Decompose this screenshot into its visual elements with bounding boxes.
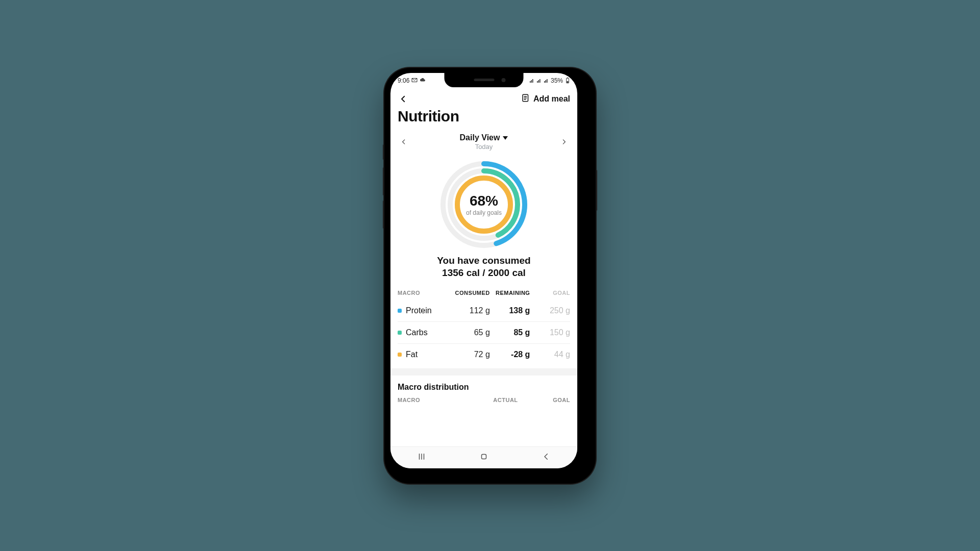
svg-rect-11	[567, 78, 568, 78]
chevron-left-icon	[399, 94, 408, 104]
consumed-line-1: You have consumed	[437, 255, 530, 267]
cloud-icon	[420, 77, 426, 84]
front-camera	[502, 78, 506, 82]
macro-consumed: 112 g	[450, 306, 490, 315]
macro-remaining: 138 g	[490, 306, 530, 315]
network-icon	[529, 78, 534, 83]
battery-icon	[565, 78, 570, 84]
macro-name: Protein	[406, 306, 432, 315]
phone-side-button	[383, 201, 384, 229]
goal-percent: 68%	[470, 193, 498, 209]
col-consumed: Consumed	[450, 290, 490, 296]
signal-icon	[544, 78, 549, 83]
phone-side-button	[383, 144, 384, 160]
signal-icon	[536, 78, 542, 83]
add-meal-button[interactable]: Add meal	[521, 93, 570, 105]
top-bar: Add meal	[390, 88, 577, 108]
chevron-left-icon	[400, 138, 407, 145]
col-macro: Macro	[398, 290, 450, 296]
macro-goal: 150 g	[530, 328, 570, 337]
goal-chart: 68% of daily goals You have consumed 135…	[390, 153, 577, 285]
macro-goal: 44 g	[530, 350, 570, 359]
svg-rect-25	[482, 454, 486, 459]
macro-name: Fat	[406, 350, 418, 359]
svg-rect-6	[544, 81, 545, 83]
macro-swatch	[398, 331, 402, 335]
view-label: Daily View	[460, 133, 500, 142]
col-remaining: Remaining	[490, 290, 530, 296]
goal-sub: of daily goals	[466, 209, 502, 216]
add-meal-label: Add meal	[533, 94, 570, 104]
dist-col-actual: Actual	[465, 397, 518, 403]
svg-rect-5	[540, 79, 541, 83]
recents-button[interactable]	[417, 452, 426, 463]
dist-col-macro: Macro	[398, 397, 465, 403]
svg-rect-3	[537, 81, 538, 83]
page-title: Nutrition	[390, 108, 577, 129]
svg-rect-1	[531, 80, 532, 83]
next-day-button[interactable]	[558, 136, 570, 148]
phone-side-button	[596, 170, 597, 211]
caret-down-icon	[503, 133, 508, 142]
dist-col-goal: Goal	[518, 397, 570, 403]
distribution-header: Macro Actual Goal	[390, 395, 577, 403]
chevron-right-icon	[560, 138, 568, 145]
macro-remaining: -28 g	[490, 350, 530, 359]
home-button[interactable]	[479, 452, 488, 463]
prev-day-button[interactable]	[398, 136, 410, 148]
macro-consumed: 72 g	[450, 350, 490, 359]
section-divider	[390, 368, 577, 375]
macro-distribution-title: Macro distribution	[390, 375, 577, 395]
macro-table: Macro Consumed Remaining Goal Protein112…	[390, 285, 577, 365]
macro-row: Carbs65 g85 g150 g	[398, 321, 570, 343]
battery-text: 35%	[551, 77, 563, 84]
svg-rect-8	[547, 79, 548, 83]
macro-consumed: 65 g	[450, 328, 490, 337]
note-icon	[521, 93, 530, 105]
status-time: 9:06	[398, 77, 409, 84]
system-back-button[interactable]	[542, 452, 551, 463]
svg-rect-0	[530, 81, 531, 83]
macro-goal: 250 g	[530, 306, 570, 315]
col-goal: Goal	[530, 290, 570, 296]
phone-frame: 9:06	[384, 68, 596, 484]
speaker	[474, 79, 494, 81]
phone-side-button	[383, 167, 384, 195]
macro-row: Protein112 g138 g250 g	[398, 300, 570, 321]
date-label: Today	[460, 143, 508, 151]
macro-name: Carbs	[406, 328, 428, 337]
svg-rect-2	[532, 79, 533, 83]
screen: 9:06	[390, 73, 577, 468]
svg-rect-7	[545, 80, 546, 83]
macro-remaining: 85 g	[490, 328, 530, 337]
back-button[interactable]	[398, 93, 409, 105]
macro-swatch	[398, 353, 402, 357]
svg-rect-10	[567, 81, 569, 83]
view-selector[interactable]: Daily View Today	[460, 133, 508, 151]
consumed-line-2: 1356 cal / 2000 cal	[437, 267, 530, 280]
system-nav-bar	[390, 446, 577, 468]
mail-icon	[411, 77, 418, 84]
macro-row: Fat72 g-28 g44 g	[398, 343, 570, 365]
macro-swatch	[398, 309, 402, 313]
notch	[445, 73, 524, 87]
svg-rect-4	[538, 80, 539, 83]
date-navigator: Daily View Today	[390, 129, 577, 153]
donut-chart: 68% of daily goals	[438, 159, 530, 251]
